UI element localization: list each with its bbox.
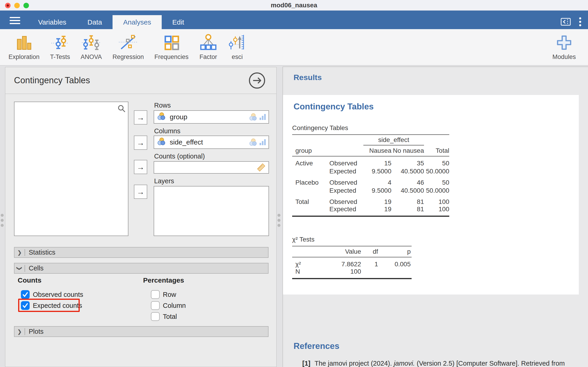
window-title: mod06_nausea — [271, 2, 317, 9]
window-controls — [5, 3, 29, 8]
toolbar-item-esci[interactable]: esci — [223, 33, 252, 60]
rows-field[interactable]: group — [154, 110, 269, 124]
zoom-window-button[interactable] — [23, 3, 29, 8]
table-header-row: Value df p — [292, 246, 412, 257]
table-row: Expected 9.5000 40.5000 50.0000 — [292, 186, 449, 195]
columns-variable-name: side_effect — [170, 138, 203, 146]
column-percentages-option[interactable]: Column — [151, 301, 186, 310]
layers-field[interactable] — [154, 186, 269, 236]
left-edge-drag-handle[interactable] — [1, 214, 4, 227]
hide-options-arrow-button[interactable] — [248, 72, 266, 89]
total-percentages-option[interactable]: Total — [151, 312, 177, 321]
three-errorbars-icon — [82, 33, 100, 53]
kebab-menu-icon[interactable] — [579, 17, 582, 27]
table-row: N 100 — [292, 268, 412, 279]
counts-group-header: Counts — [18, 276, 41, 284]
table-header-row: group Nausea No nausea Total — [292, 145, 449, 156]
columns-field-label: Columns — [154, 127, 180, 135]
section-cells[interactable]: ❯ Cells — [14, 263, 268, 274]
toolbar-item-regression[interactable]: Regression — [107, 33, 149, 60]
assign-layers-arrow-button[interactable]: → — [134, 185, 147, 199]
bar-chart-icon — [15, 33, 33, 53]
checkbox-unchecked-icon[interactable] — [151, 312, 160, 321]
rows-variable-name: group — [170, 113, 187, 121]
table-row: Active Observed 15 35 50 — [292, 156, 449, 167]
rows-field-label: Rows — [154, 102, 171, 109]
chi-square-table-title: χ² Tests — [292, 236, 412, 243]
collapse-results-icon[interactable] — [561, 17, 571, 27]
nominal-variable-icon — [157, 112, 166, 122]
close-window-button[interactable] — [5, 3, 10, 8]
tab-data[interactable]: Data — [77, 15, 112, 29]
selected-analysis-results[interactable]: Contingency Tables Contingency Tables si… — [283, 95, 579, 294]
results-analysis-heading: Contingency Tables — [294, 102, 374, 111]
tab-variables[interactable]: Variables — [27, 15, 77, 29]
checkbox-checked-icon[interactable] — [21, 290, 30, 299]
tab-edit[interactable]: Edit — [162, 15, 195, 29]
rows-allowed-types-icon — [249, 113, 266, 121]
hamburger-menu-button[interactable] — [10, 17, 22, 26]
assign-columns-arrow-button[interactable]: → — [134, 135, 147, 150]
assign-counts-arrow-button[interactable]: → — [134, 160, 147, 174]
ribbon-tabs: Variables Data Analyses Edit — [27, 15, 195, 29]
chevron-right-icon: ❯ — [15, 328, 25, 335]
ruler-icon — [256, 162, 266, 173]
checkbox-unchecked-icon[interactable] — [151, 290, 160, 299]
counts-field[interactable] — [154, 161, 269, 174]
stub-header: group — [292, 145, 329, 156]
columns-allowed-types-icon — [249, 138, 266, 146]
scatter-line-icon — [119, 33, 137, 53]
col-header: Nausea — [363, 145, 391, 156]
table-row: χ² 7.8622 1 0.005 — [292, 257, 412, 268]
observed-counts-option[interactable]: Observed counts — [21, 290, 83, 299]
expected-counts-option[interactable]: Expected counts — [21, 301, 82, 310]
window-titlebar: mod06_nausea — [0, 0, 588, 10]
section-plots[interactable]: ❯ Plots — [14, 326, 268, 337]
toolbar-item-modules[interactable]: Modules — [547, 33, 581, 60]
toolbar-item-exploration[interactable]: Exploration — [3, 33, 45, 60]
grid-squares-icon — [162, 33, 181, 53]
analysis-options-panel: Contingency Tables → → → → Rows — [5, 67, 277, 367]
col-header: No nausea — [391, 145, 424, 156]
toolbar-item-factor[interactable]: Factor — [194, 33, 223, 60]
row-percentages-option[interactable]: Row — [151, 290, 176, 299]
available-variables-list[interactable] — [14, 102, 128, 236]
table-row: Placebo Observed 4 46 50 — [292, 176, 449, 186]
assign-rows-arrow-button[interactable]: → — [134, 110, 147, 125]
tab-analyses[interactable]: Analyses — [112, 15, 162, 29]
chevron-right-icon: ❯ — [15, 249, 25, 256]
minimize-window-button[interactable] — [14, 3, 20, 8]
panel-splitter-drag-handle[interactable] — [277, 214, 280, 227]
chevron-down-icon: ❯ — [16, 263, 23, 273]
percentages-group-header: Percentages — [143, 276, 184, 284]
search-icon[interactable] — [117, 104, 126, 114]
checkbox-checked-icon[interactable] — [21, 301, 30, 310]
toolbar-item-anova[interactable]: ANOVA — [75, 33, 107, 60]
tree-diagram-icon — [199, 33, 217, 53]
table-row: Total Observed 19 81 100 — [292, 195, 449, 206]
reference-marker: [1] — [302, 360, 310, 367]
reference-item: [1]The jamovi project (2024). jamovi. (V… — [302, 360, 588, 367]
columns-field[interactable]: side_effect — [154, 135, 269, 149]
section-statistics[interactable]: ❯ Statistics — [14, 247, 268, 258]
table-row: Expected 9.5000 40.5000 50.0000 — [292, 167, 449, 176]
analysis-options-header: Contingency Tables — [5, 67, 276, 94]
toolbar-item-t-tests[interactable]: T-Tests — [45, 33, 75, 60]
analysis-title: Contingency Tables — [14, 75, 90, 85]
analyses-toolbar: Exploration T-Tests — [0, 29, 588, 66]
toolbar-item-frequencies[interactable]: Frequencies — [149, 33, 194, 60]
contingency-table-title: Contingency Tables — [292, 124, 449, 132]
plus-icon — [555, 33, 573, 53]
table-spanner-row: side_effect — [292, 135, 449, 145]
ribbon-menubar: Variables Data Analyses Edit — [0, 10, 588, 29]
two-errorbars-icon — [51, 33, 69, 53]
col-header: df — [363, 246, 387, 257]
counts-field-label: Counts (optional) — [154, 152, 205, 160]
spanner-header: side_effect — [363, 135, 424, 145]
results-panel: Results Contingency Tables Contingency T… — [283, 67, 588, 367]
nominal-variable-icon — [157, 137, 166, 147]
results-title: Results — [294, 73, 322, 82]
checkbox-unchecked-icon[interactable] — [151, 301, 160, 310]
references-heading: References — [294, 341, 339, 351]
layers-field-label: Layers — [154, 177, 174, 185]
